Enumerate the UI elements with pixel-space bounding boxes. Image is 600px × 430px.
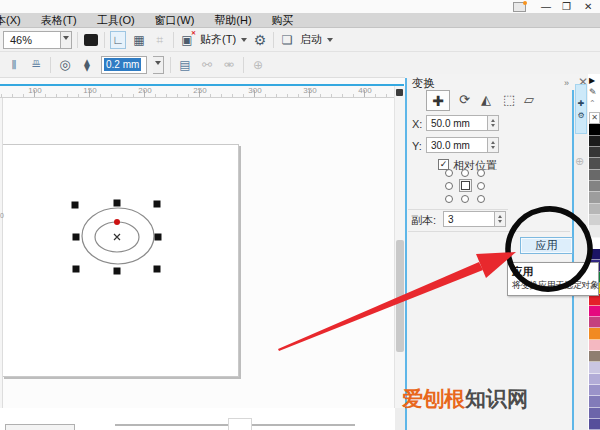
- no-color-swatch[interactable]: ✕: [589, 112, 600, 124]
- snap-dropdown-arrow-icon[interactable]: [241, 38, 247, 45]
- full-screen-preview-button[interactable]: [83, 31, 99, 49]
- anchor-point[interactable]: [445, 169, 453, 177]
- outline-pen-button[interactable]: ⧫: [79, 56, 95, 74]
- notification-badge-icon[interactable]: [513, 2, 526, 12]
- separator: [408, 231, 570, 232]
- palette-eyedropper-icon[interactable]: ✎: [589, 88, 597, 97]
- minimize-button[interactable]: —: [541, 1, 551, 12]
- close-button[interactable]: ✕: [584, 1, 592, 12]
- menu-item[interactable]: 窗口(W): [145, 13, 205, 28]
- color-swatch[interactable]: [589, 317, 600, 328]
- y-field[interactable]: 30.0 mm: [426, 137, 488, 153]
- anchor-point[interactable]: [445, 182, 453, 190]
- text-wrap-button[interactable]: ▤: [177, 56, 193, 74]
- show-guidelines-button[interactable]: ⌗: [152, 31, 168, 49]
- menu-item[interactable]: 购买: [262, 13, 304, 28]
- color-swatch[interactable]: [589, 147, 600, 158]
- snap-off-button[interactable]: ▣: [179, 31, 195, 49]
- apply-button[interactable]: 应用: [520, 237, 573, 254]
- color-swatch[interactable]: [589, 192, 600, 203]
- position-tab-button[interactable]: ✚: [426, 90, 450, 111]
- menu-item[interactable]: 表格(T): [31, 13, 87, 28]
- outline-style-button[interactable]: ◎: [57, 56, 73, 74]
- separator: [77, 32, 78, 48]
- v-ruler[interactable]: [0, 98, 3, 408]
- launch-button[interactable]: 启动: [300, 32, 322, 47]
- snap-to-button[interactable]: 贴齐(T): [200, 32, 236, 47]
- size-tab-button[interactable]: ⬚: [503, 93, 515, 106]
- y-label: Y:: [412, 140, 422, 152]
- skew-tab-button[interactable]: ▱: [524, 93, 534, 106]
- color-swatch[interactable]: [589, 249, 600, 260]
- color-swatch[interactable]: [589, 419, 600, 430]
- color-swatch[interactable]: [589, 158, 600, 169]
- align-button[interactable]: ≞: [28, 56, 44, 74]
- add-docker-button[interactable]: ⊕: [575, 155, 584, 168]
- snap-icon: ▣: [181, 34, 192, 46]
- x-spinner[interactable]: [488, 115, 499, 131]
- anchor-point[interactable]: [461, 195, 469, 203]
- color-swatch[interactable]: [589, 340, 600, 351]
- menu-item[interactable]: 文本(X): [0, 13, 31, 28]
- quick-customize-button[interactable]: ⊕: [250, 56, 266, 74]
- outline-width-field[interactable]: 0.2 mm: [101, 56, 147, 74]
- h-ruler[interactable]: 100150200250300350400: [0, 86, 394, 98]
- menu-item[interactable]: 帮助(H): [204, 13, 261, 28]
- color-swatch[interactable]: [589, 351, 600, 362]
- curve-node-red[interactable]: [114, 219, 120, 225]
- distribute-button[interactable]: ⫴: [6, 56, 22, 74]
- color-swatch[interactable]: [589, 408, 600, 419]
- color-swatch[interactable]: [589, 306, 600, 317]
- color-swatch[interactable]: [589, 215, 600, 226]
- color-swatch[interactable]: [589, 362, 600, 373]
- anchor-point[interactable]: [477, 169, 485, 177]
- tooltip-title: 应用: [512, 265, 594, 279]
- v-ruler-label: 0: [0, 212, 4, 219]
- size-icon: ⬚: [503, 92, 515, 107]
- scale-mirror-tab-button[interactable]: ◭: [481, 93, 491, 106]
- color-swatch[interactable]: [589, 170, 600, 181]
- rotate-tab-button[interactable]: ⟳: [459, 93, 470, 106]
- anchor-point[interactable]: [445, 195, 453, 203]
- scrollbar-thumb[interactable]: [396, 240, 404, 352]
- unlink-button[interactable]: ⚮: [221, 56, 237, 74]
- y-spinner[interactable]: [488, 137, 499, 153]
- canvas[interactable]: [0, 98, 394, 408]
- zoom-combo[interactable]: 46%: [3, 31, 72, 49]
- color-swatch[interactable]: [589, 124, 600, 135]
- show-rulers-button[interactable]: ∟: [110, 31, 126, 49]
- link-button[interactable]: ⚯: [199, 56, 215, 74]
- options-button[interactable]: ⚙: [252, 31, 268, 49]
- zoom-level-field[interactable]: 46%: [3, 31, 61, 49]
- color-swatch[interactable]: [589, 181, 600, 192]
- anchor-point-center-selected[interactable]: [461, 181, 470, 190]
- color-swatch[interactable]: [589, 226, 600, 237]
- copies-field[interactable]: 3: [443, 211, 495, 227]
- zoom-dropdown-arrow-icon[interactable]: [61, 31, 72, 49]
- anchor-point[interactable]: [461, 169, 469, 177]
- launcher-window-button[interactable]: ❏: [279, 31, 295, 49]
- copies-spinner[interactable]: [495, 211, 506, 227]
- palette-flyout-icon[interactable]: ▶: [589, 77, 595, 85]
- restore-button[interactable]: ❐: [562, 1, 571, 12]
- color-swatch[interactable]: [589, 238, 600, 249]
- docker-collapse-button[interactable]: »: [564, 78, 569, 88]
- separator: [273, 32, 274, 48]
- scrollbar-up-button[interactable]: [396, 89, 403, 96]
- selected-ellipse-drawing[interactable]: [70, 197, 165, 277]
- menu-item[interactable]: 工具(O): [87, 13, 145, 28]
- color-swatch[interactable]: [589, 374, 600, 385]
- anchor-point[interactable]: [477, 182, 485, 190]
- anchor-point[interactable]: [477, 195, 485, 203]
- x-field[interactable]: 50.0 mm: [426, 115, 488, 131]
- palette-scroll-up-button[interactable]: ⌃: [589, 100, 596, 108]
- color-swatch[interactable]: [589, 328, 600, 339]
- show-grid-button[interactable]: ▦: [131, 31, 147, 49]
- launch-dropdown-arrow-icon[interactable]: [327, 38, 333, 45]
- outline-width-dropdown-arrow-icon[interactable]: [153, 56, 164, 74]
- transform-docker-tab[interactable]: ✚ ⚙: [575, 84, 587, 134]
- color-swatch[interactable]: [589, 136, 600, 147]
- color-swatch[interactable]: [589, 396, 600, 407]
- color-swatch[interactable]: [589, 385, 600, 396]
- color-swatch[interactable]: [589, 204, 600, 215]
